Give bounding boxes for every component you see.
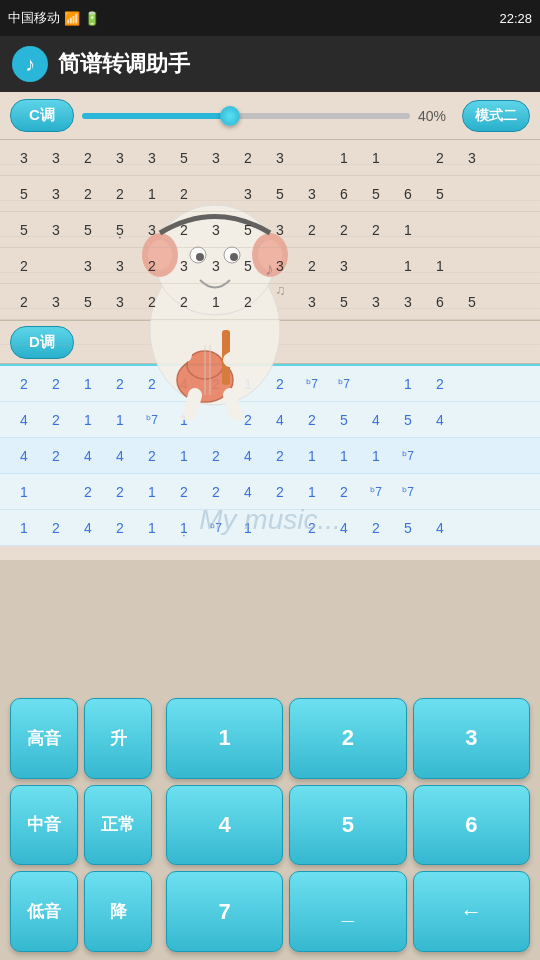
score-cell: 5	[328, 412, 360, 428]
score-cell: 5	[264, 186, 296, 202]
score-cell: 3	[328, 258, 360, 274]
score-cell: 5	[232, 258, 264, 274]
controls-row: C调 40% 模式二	[0, 92, 540, 140]
mode-button[interactable]: 模式二	[462, 100, 530, 132]
left-controls: 高音 升 中音 正常 低音 降	[0, 690, 160, 960]
score-cell: 1	[296, 484, 328, 500]
score-cell: 3	[104, 294, 136, 310]
high-pitch-button[interactable]: 高音	[10, 698, 78, 779]
score-cell: 2	[104, 484, 136, 500]
score-cell: 5	[8, 222, 40, 238]
score-area: ♪ ♫ 3 3 2 3 3 5 3 2 3 1 1 2 3 5 3 2 2 1	[0, 140, 540, 560]
score-cell: 3	[40, 294, 72, 310]
score-cell: 1	[360, 448, 392, 464]
score-cell: 1	[72, 412, 104, 428]
num-5-button[interactable]: 5	[289, 785, 406, 866]
numpad: 1 2 3 4 5 6 7 _ ←	[160, 690, 540, 960]
score-cell: 3	[40, 150, 72, 166]
watermark-text: My music...	[199, 504, 341, 536]
slider-percent: 40%	[418, 108, 454, 124]
score-cell: 1	[392, 258, 424, 274]
score-cell: 4	[8, 412, 40, 428]
score-cell: 2	[424, 376, 456, 392]
status-right: 22:28	[499, 11, 532, 26]
score-cell: 2	[200, 484, 232, 500]
status-bar: 中国移动 📶 🔋 22:28	[0, 0, 540, 36]
low-pitch-button[interactable]: 低音	[10, 871, 78, 952]
score-cell: 5	[232, 222, 264, 238]
score-cell: 2	[8, 294, 40, 310]
num-1-button[interactable]: 1	[166, 698, 283, 779]
score-cell: 2	[328, 222, 360, 238]
score-cell: 2	[40, 412, 72, 428]
score-cell: 1	[136, 484, 168, 500]
underscore-button[interactable]: _	[289, 871, 406, 952]
score-cell: 4	[360, 412, 392, 428]
d-key-button[interactable]: D调	[10, 326, 74, 359]
score-cell: 2	[72, 186, 104, 202]
score-cell: 1	[392, 222, 424, 238]
score-cell: 1	[392, 376, 424, 392]
title-bar: ♪ 简谱转调助手	[0, 36, 540, 92]
score-cell: 3	[104, 258, 136, 274]
score-cell: 1	[8, 520, 40, 536]
score-cell: 3	[296, 294, 328, 310]
score-row: 2 3 3 2 3 3 5 3 2 3 1 1	[0, 248, 540, 284]
slider-thumb[interactable]	[220, 106, 240, 126]
score-cell: 4	[232, 448, 264, 464]
score-row: 5 3 5 5 3 2 3 5 3 2 2 2 1	[0, 212, 540, 248]
score-cell: 2	[104, 520, 136, 536]
score-cell: 5	[360, 186, 392, 202]
score-cell: 5	[392, 520, 424, 536]
score-cell: 5	[456, 294, 488, 310]
mid-pitch-button[interactable]: 中音	[10, 785, 78, 866]
pitch-slider[interactable]	[82, 113, 410, 119]
score-cell: 2	[72, 484, 104, 500]
flat-button[interactable]: 降	[84, 871, 152, 952]
num-3-button[interactable]: 3	[413, 698, 530, 779]
score-cell: 3	[264, 150, 296, 166]
score-cell: 6	[424, 294, 456, 310]
score-cell: 2	[232, 294, 264, 310]
score-cell: 1	[168, 520, 200, 536]
score-cell: 2	[264, 484, 296, 500]
score-cell: 3	[72, 258, 104, 274]
score-cell: 3	[136, 150, 168, 166]
score-cell: 2	[136, 294, 168, 310]
score-cell: 3	[264, 258, 296, 274]
score-cell: 3	[40, 186, 72, 202]
score-cell: ᵇ7	[392, 449, 424, 463]
score-cell: 3	[136, 222, 168, 238]
score-cell: 2	[360, 222, 392, 238]
num-4-button[interactable]: 4	[166, 785, 283, 866]
score-cell: 3	[264, 222, 296, 238]
score-cell: ᵇ7	[392, 485, 424, 499]
num-7-button[interactable]: 7	[166, 871, 283, 952]
normal-button[interactable]: 正常	[84, 785, 152, 866]
num-2-button[interactable]: 2	[289, 698, 406, 779]
score-cell: 3	[360, 294, 392, 310]
sharp-button[interactable]: 升	[84, 698, 152, 779]
score-cell: 1	[328, 150, 360, 166]
backspace-button[interactable]: ←	[413, 871, 530, 952]
score-cell: 2	[424, 150, 456, 166]
num-6-button[interactable]: 6	[413, 785, 530, 866]
score-cell: 2	[296, 222, 328, 238]
score-cell: 2	[360, 520, 392, 536]
app-title: 简谱转调助手	[58, 49, 190, 79]
score-cell: 4	[72, 448, 104, 464]
score-cell: 6	[328, 186, 360, 202]
score-cell: 2	[8, 376, 40, 392]
score-cell: 4	[72, 520, 104, 536]
score-cell: 5	[392, 412, 424, 428]
score-cell: 2	[40, 520, 72, 536]
score-cell: 2	[168, 222, 200, 238]
time-display: 22:28	[499, 11, 532, 26]
score-cell: 1	[8, 484, 40, 500]
score-cell: 2	[296, 258, 328, 274]
c-key-button[interactable]: C调	[10, 99, 74, 132]
score-cell: 2	[232, 150, 264, 166]
score-cell: ᵇ7	[328, 377, 360, 391]
score-cell: 3	[456, 150, 488, 166]
carrier-text: 中国移动	[8, 9, 60, 27]
